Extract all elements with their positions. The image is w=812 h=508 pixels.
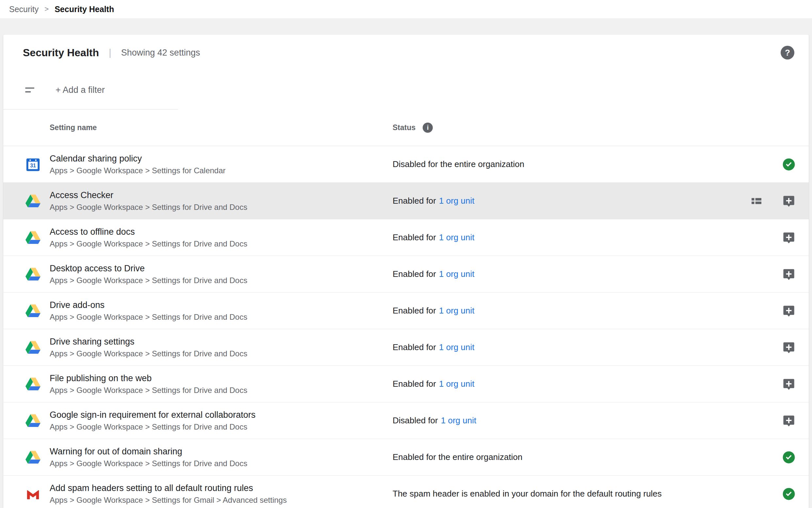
policy-details-icon[interactable] bbox=[750, 195, 763, 208]
setting-path: Apps > Google Workspace > Settings for D… bbox=[50, 239, 247, 248]
setting-name[interactable]: Calendar sharing policy bbox=[50, 154, 226, 164]
gmail-icon bbox=[26, 486, 41, 502]
status-ok-icon bbox=[782, 487, 796, 501]
setting-path: Apps > Google Workspace > Settings for D… bbox=[50, 203, 247, 212]
table-row[interactable]: 31 Calendar sharing policy Apps > Google… bbox=[3, 146, 809, 183]
setting-name-block: Warning for out of domain sharing Apps >… bbox=[50, 447, 247, 468]
table-row[interactable]: Desktop access to Drive Apps > Google Wo… bbox=[3, 256, 809, 293]
status-ok-icon bbox=[782, 451, 796, 464]
add-filter-button[interactable]: + Add a filter bbox=[55, 85, 105, 95]
status-cell: Enabled for1 org unit bbox=[393, 306, 750, 316]
policy-details-icon bbox=[750, 341, 763, 354]
settings-table-body: 31 Calendar sharing policy Apps > Google… bbox=[3, 146, 809, 508]
google-drive-icon bbox=[26, 377, 41, 392]
recommendation-badge-icon[interactable] bbox=[782, 231, 796, 245]
row-actions bbox=[750, 451, 809, 464]
table-header-row: Setting name Status i bbox=[3, 110, 809, 146]
setting-cell: Drive add-ons Apps > Google Workspace > … bbox=[3, 300, 393, 322]
table-row[interactable]: Drive sharing settings Apps > Google Wor… bbox=[3, 329, 809, 366]
setting-name-block: Calendar sharing policy Apps > Google Wo… bbox=[50, 154, 226, 175]
policy-details-icon bbox=[750, 268, 763, 281]
row-actions bbox=[750, 377, 809, 391]
status-text: Enabled for bbox=[393, 379, 436, 389]
help-icon[interactable]: ? bbox=[781, 46, 794, 59]
setting-name[interactable]: Warning for out of domain sharing bbox=[50, 447, 247, 457]
recommendation-badge-icon[interactable] bbox=[782, 377, 796, 391]
recommendation-badge-icon[interactable] bbox=[782, 414, 796, 428]
page-title: Security Health bbox=[23, 47, 99, 59]
recommendation-badge-icon[interactable] bbox=[782, 194, 796, 208]
setting-name[interactable]: Drive add-ons bbox=[50, 300, 247, 310]
org-unit-link[interactable]: 1 org unit bbox=[439, 342, 474, 352]
policy-details-icon bbox=[750, 231, 763, 244]
table-row[interactable]: Access Checker Apps > Google Workspace >… bbox=[3, 183, 809, 219]
google-drive-icon bbox=[26, 340, 41, 355]
table-row[interactable]: Access to offline docs Apps > Google Wor… bbox=[3, 219, 809, 256]
row-actions bbox=[750, 304, 809, 318]
org-unit-link[interactable]: 1 org unit bbox=[439, 306, 474, 315]
status-text: Enabled for bbox=[393, 306, 436, 315]
settings-count: Showing 42 settings bbox=[121, 48, 200, 58]
setting-cell: Desktop access to Drive Apps > Google Wo… bbox=[3, 263, 393, 285]
status-text: Enabled for bbox=[393, 342, 436, 352]
org-unit-link[interactable]: 1 org unit bbox=[439, 269, 474, 279]
setting-path: Apps > Google Workspace > Settings for D… bbox=[50, 459, 247, 468]
status-text: Disabled for bbox=[393, 416, 438, 425]
status-cell: Disabled for the entire organization bbox=[393, 159, 750, 169]
setting-name-block: Add spam headers setting to all default … bbox=[50, 483, 287, 505]
policy-details-icon bbox=[750, 451, 763, 464]
row-actions bbox=[750, 414, 809, 428]
info-icon[interactable]: i bbox=[423, 123, 433, 133]
setting-path: Apps > Google Workspace > Settings for C… bbox=[50, 166, 226, 175]
row-actions bbox=[750, 487, 809, 501]
table-row[interactable]: Google sign-in requirement for external … bbox=[3, 403, 809, 439]
svg-text:31: 31 bbox=[30, 163, 36, 168]
setting-cell: Drive sharing settings Apps > Google Wor… bbox=[3, 337, 393, 358]
setting-name[interactable]: File publishing on the web bbox=[50, 373, 247, 383]
setting-cell: Google sign-in requirement for external … bbox=[3, 410, 393, 431]
org-unit-link[interactable]: 1 org unit bbox=[441, 416, 476, 425]
status-cell: Enabled for1 org unit bbox=[393, 269, 750, 279]
setting-name[interactable]: Access Checker bbox=[50, 190, 247, 200]
google-drive-icon bbox=[26, 194, 41, 209]
row-actions bbox=[750, 231, 809, 245]
status-cell: Enabled for1 org unit bbox=[393, 379, 750, 389]
setting-path: Apps > Google Workspace > Settings for D… bbox=[50, 386, 247, 395]
table-row[interactable]: File publishing on the web Apps > Google… bbox=[3, 366, 809, 403]
setting-cell: Access Checker Apps > Google Workspace >… bbox=[3, 190, 393, 212]
recommendation-badge-icon[interactable] bbox=[782, 304, 796, 318]
google-drive-icon bbox=[26, 413, 41, 428]
setting-name[interactable]: Google sign-in requirement for external … bbox=[50, 410, 255, 420]
security-health-card: Security Health | Showing 42 settings ? … bbox=[3, 35, 809, 508]
table-row[interactable]: Add spam headers setting to all default … bbox=[3, 476, 809, 508]
table-row[interactable]: Warning for out of domain sharing Apps >… bbox=[3, 439, 809, 476]
recommendation-badge-icon[interactable] bbox=[782, 267, 796, 281]
status-ok-icon bbox=[782, 158, 796, 171]
table-row[interactable]: Drive add-ons Apps > Google Workspace > … bbox=[3, 293, 809, 329]
setting-name-block: File publishing on the web Apps > Google… bbox=[50, 373, 247, 395]
policy-details-icon bbox=[750, 488, 763, 501]
setting-name[interactable]: Access to offline docs bbox=[50, 227, 247, 237]
recommendation-badge-icon[interactable] bbox=[782, 341, 796, 354]
org-unit-link[interactable]: 1 org unit bbox=[439, 196, 474, 206]
status-text: Enabled for bbox=[393, 269, 436, 279]
filter-icon[interactable] bbox=[23, 84, 37, 97]
setting-name[interactable]: Add spam headers setting to all default … bbox=[50, 483, 287, 493]
org-unit-link[interactable]: 1 org unit bbox=[439, 379, 474, 389]
breadcrumb-security[interactable]: Security bbox=[9, 5, 39, 14]
column-status: Status i bbox=[393, 123, 433, 133]
google-drive-icon bbox=[26, 450, 41, 465]
status-cell: Enabled for the entire organization bbox=[393, 452, 750, 462]
setting-path: Apps > Google Workspace > Settings for D… bbox=[50, 276, 247, 285]
setting-path: Apps > Google Workspace > Settings for D… bbox=[50, 349, 247, 358]
setting-cell: Add spam headers setting to all default … bbox=[3, 483, 393, 505]
status-cell: Enabled for1 org unit bbox=[393, 232, 750, 243]
setting-name[interactable]: Desktop access to Drive bbox=[50, 263, 247, 273]
setting-name[interactable]: Drive sharing settings bbox=[50, 337, 247, 347]
status-text: Enabled for the entire organization bbox=[393, 452, 523, 462]
status-text: Disabled for the entire organization bbox=[393, 159, 524, 169]
setting-path: Apps > Google Workspace > Settings for D… bbox=[50, 312, 247, 322]
policy-details-icon bbox=[750, 414, 763, 427]
org-unit-link[interactable]: 1 org unit bbox=[439, 232, 474, 242]
setting-name-block: Access to offline docs Apps > Google Wor… bbox=[50, 227, 247, 248]
